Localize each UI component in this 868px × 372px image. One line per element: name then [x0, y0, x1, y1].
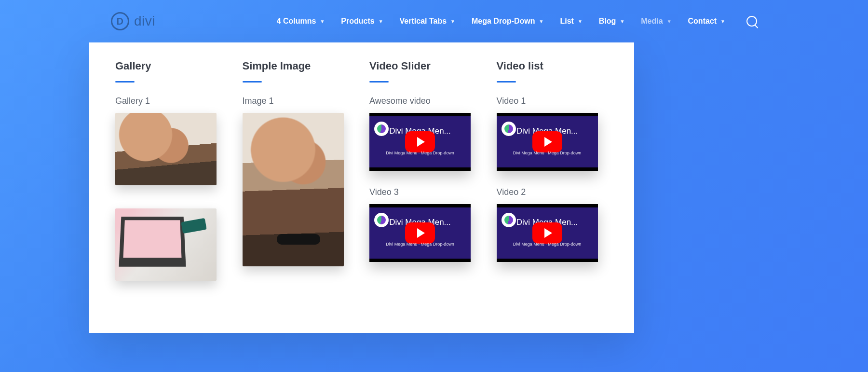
mega-menu-panel: Gallery Gallery 1 Simple Image Image 1 V… [89, 42, 634, 333]
chevron-down-icon: ▼ [539, 19, 544, 24]
video-subtitle: Divi Mega Menu · Mega Drop-down [386, 151, 454, 155]
title-underline [497, 81, 516, 83]
chevron-down-icon: ▼ [720, 19, 725, 24]
brand-name: divi [134, 14, 155, 29]
column-title: Video Slider [369, 60, 481, 81]
title-underline [115, 81, 135, 83]
nav-4-columns[interactable]: 4 Columns ▼ [277, 17, 325, 26]
nav-label: List [560, 17, 573, 26]
chevron-down-icon: ▼ [620, 19, 624, 24]
chevron-down-icon: ▼ [379, 19, 383, 24]
nav-blog[interactable]: Blog ▼ [599, 17, 624, 26]
video-item-title: Video 2 [497, 187, 609, 197]
nav-mega-drop-down[interactable]: Mega Drop-Down ▼ [472, 17, 543, 26]
video-thumb[interactable]: Divi Mega Men... Divi Mega Menu · Mega D… [369, 113, 471, 171]
column-gallery: Gallery Gallery 1 [115, 60, 227, 304]
gallery-image-1[interactable] [115, 113, 217, 185]
brand-logo[interactable]: D divi [111, 12, 155, 30]
nav-media[interactable]: Media ▼ [641, 17, 671, 26]
title-underline [243, 81, 262, 83]
play-icon[interactable] [532, 131, 562, 152]
nav-label: Blog [599, 17, 616, 26]
simple-image-title: Image 1 [243, 96, 354, 106]
video-thumb[interactable]: Divi Mega Men... Divi Mega Menu · Mega D… [497, 113, 598, 171]
divi-engine-badge-icon [374, 122, 389, 136]
chevron-down-icon: ▼ [578, 19, 583, 24]
nav-vertical-tabs[interactable]: Vertical Tabs ▼ [400, 17, 455, 26]
gallery-image-2[interactable] [115, 208, 217, 281]
video-item-title: Video 1 [497, 96, 609, 106]
nav-contact[interactable]: Contact ▼ [688, 17, 725, 26]
nav-label: Media [641, 17, 663, 26]
column-video-list: Video list Video 1 Divi Mega Men... Divi… [497, 60, 609, 304]
video-subtitle: Divi Mega Menu · Mega Drop-down [513, 242, 582, 247]
nav-label: 4 Columns [277, 17, 316, 26]
nav-label: Mega Drop-Down [472, 17, 535, 26]
gallery-item-title: Gallery 1 [115, 96, 227, 106]
divi-engine-badge-icon [374, 213, 389, 227]
nav-label: Products [341, 17, 374, 26]
video-item-title: Video 3 [369, 187, 481, 197]
video-thumb[interactable]: Divi Mega Men... Divi Mega Menu · Mega D… [369, 204, 471, 262]
divi-engine-badge-icon [502, 122, 516, 136]
main-nav: 4 Columns ▼ Products ▼ Vertical Tabs ▼ M… [277, 16, 757, 27]
column-simple-image: Simple Image Image 1 [243, 60, 354, 304]
chevron-down-icon: ▼ [667, 19, 672, 24]
video-subtitle: Divi Mega Menu · Mega Drop-down [513, 151, 582, 155]
play-icon[interactable] [405, 131, 435, 152]
nav-products[interactable]: Products ▼ [341, 17, 383, 26]
simple-image-thumb[interactable] [243, 113, 344, 266]
video-item-title: Awesome video [369, 96, 481, 106]
top-nav: D divi 4 Columns ▼ Products ▼ Vertical T… [0, 0, 868, 42]
column-title: Simple Image [243, 60, 354, 81]
chevron-down-icon: ▼ [320, 19, 325, 24]
video-thumb[interactable]: Divi Mega Men... Divi Mega Menu · Mega D… [497, 204, 598, 262]
brand-mark-icon: D [111, 12, 129, 30]
column-title: Gallery [115, 60, 227, 81]
search-icon[interactable] [746, 16, 757, 27]
title-underline [369, 81, 389, 83]
play-icon[interactable] [532, 222, 562, 244]
nav-list[interactable]: List ▼ [560, 17, 582, 26]
column-video-slider: Video Slider Awesome video Divi Mega Men… [369, 60, 481, 304]
chevron-down-icon: ▼ [450, 19, 455, 24]
video-subtitle: Divi Mega Menu · Mega Drop-down [386, 242, 454, 247]
divi-engine-badge-icon [502, 213, 516, 227]
play-icon[interactable] [405, 222, 435, 244]
nav-label: Contact [688, 17, 717, 26]
column-title: Video list [497, 60, 609, 81]
nav-label: Vertical Tabs [400, 17, 447, 26]
